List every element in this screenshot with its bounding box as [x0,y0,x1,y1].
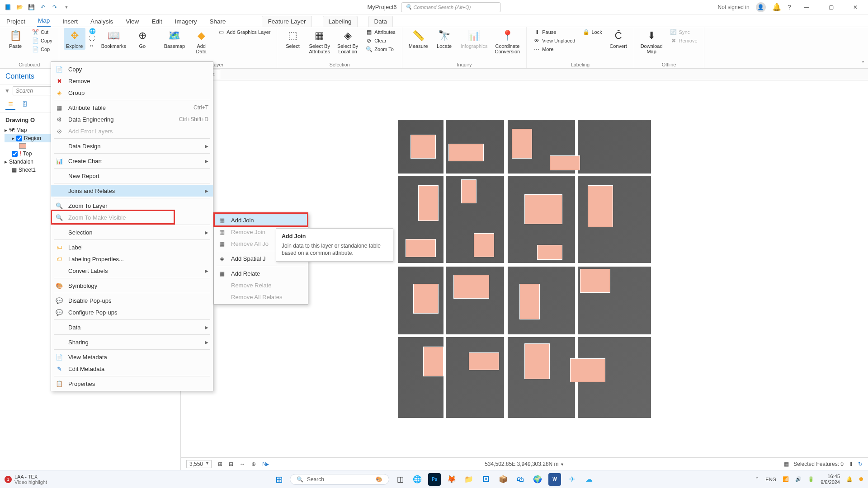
telegram-icon[interactable]: ✈ [566,473,578,486]
cm-new-report[interactable]: New Report [51,170,213,182]
explorer-icon[interactable]: 📁 [462,473,475,486]
pause-labels-button[interactable]: ⏸Pause [531,28,577,36]
cm-joins-relates[interactable]: Joins and Relates▶ [51,185,213,197]
command-search[interactable]: 🔍 Command Search (Alt+Q) [401,2,501,12]
tab-data[interactable]: Data [368,16,393,27]
copy-path-button[interactable]: 📄Cop [30,45,54,53]
ribbon-collapse-button[interactable]: ⌃ [861,60,865,66]
cm-convert-labels[interactable]: Convert Labels▶ [51,265,213,277]
refresh-icon[interactable]: ↻ [858,461,863,467]
cm-configure-popups[interactable]: 💬Configure Pop-ups [51,306,213,318]
cm-group[interactable]: ◈Group [51,87,213,99]
select-by-attributes-button[interactable]: ▦Select By Attributes [307,28,331,55]
infographics-button[interactable]: 📊Infographics [459,28,490,50]
edge-icon[interactable]: 🌐 [411,473,424,486]
remove-offline-button[interactable]: ✖Remove [668,37,699,45]
tab-map[interactable]: Map [37,15,51,27]
cut-button[interactable]: ✂️Cut [30,28,54,36]
measure-button[interactable]: 📏Measure [407,28,430,50]
tab-share[interactable]: Share [208,16,226,27]
tab-imagery[interactable]: Imagery [174,16,198,27]
nav-tool-icon[interactable]: ⛶ [89,35,96,42]
basemap-button[interactable]: 🗺️Basemap [162,28,187,50]
cm-label[interactable]: 🏷Label [51,241,213,253]
signin-label[interactable]: Not signed in [718,4,750,10]
drawing-order-tab-icon[interactable]: ☰ [5,100,15,110]
app-icon[interactable]: 📦 [497,473,509,486]
add-graphics-layer-button[interactable]: ▭Add Graphics Layer [216,28,272,36]
tab-edit[interactable]: Edit [151,16,163,27]
explore-button[interactable]: ✥Explore [64,28,85,50]
data-source-tab-icon[interactable]: 🗄 [20,100,30,110]
cm-remove[interactable]: ✖Remove [51,75,213,87]
cm-copy[interactable]: 📄Copy [51,63,213,75]
cm-data[interactable]: Data▶ [51,321,213,333]
attributes-button[interactable]: ▤Attributes [363,28,397,36]
minimize-button[interactable]: — [797,1,816,14]
select-by-location-button[interactable]: ◈Select By Location [335,28,360,55]
map-scale[interactable]: 3,550▼ [186,460,212,468]
download-map-button[interactable]: ⬇Download Map [639,28,665,55]
battery-icon[interactable]: 🔋 [808,476,814,482]
copy-button[interactable]: 📄Copy [30,37,54,45]
close-button[interactable]: ✕ [846,1,864,14]
cm-sharing[interactable]: Sharing▶ [51,336,213,348]
tab-feature-layer[interactable]: Feature Layer [262,16,311,27]
task-view-icon[interactable]: ◫ [394,473,406,486]
status-tool-icon[interactable]: ⊞ [218,461,222,467]
app-icon[interactable]: 🖼 [480,473,492,486]
qat-dropdown-icon[interactable]: ▼ [62,3,71,11]
cm-create-chart[interactable]: 📊Create Chart▶ [51,155,213,167]
clear-button[interactable]: ⊘Clear [363,37,397,45]
taskbar-search[interactable]: 🔍Search🎨 [290,474,389,485]
tab-project[interactable]: Project [5,16,26,27]
layer-checkbox[interactable] [16,136,22,141]
start-button[interactable]: ⊞ [273,473,285,486]
status-tool-icon[interactable]: ⊟ [229,461,233,467]
lock-labels-button[interactable]: 🔒Lock [580,28,604,36]
cm-data-design[interactable]: Data Design▶ [51,140,213,152]
cm-attribute-table[interactable]: ▦Attribute TableCtrl+T [51,102,213,113]
redo-icon[interactable]: ↷ [51,3,59,11]
notification-icon[interactable]: 🔔 [846,476,853,482]
volume-icon[interactable]: 🔊 [795,476,802,482]
status-tool-icon[interactable]: ↔ [240,461,245,467]
nav-tool-icon[interactable]: ↔ [89,42,96,49]
layer-checkbox[interactable] [12,151,18,157]
word-icon[interactable]: W [548,473,561,486]
zoom-to-button[interactable]: 🔍Zoom To [363,45,397,53]
cm-data-engineering[interactable]: ⚙Data EngineeringCtrl+Shift+D [51,113,213,125]
cm-zoom-to-layer[interactable]: 🔍Zoom To Layer [51,200,213,211]
system-clock[interactable]: 16:45 9/6/2024 [821,474,840,484]
firefox-icon[interactable]: 🦊 [445,473,458,486]
status-tool-icon[interactable]: ⊕ [251,461,256,467]
cm-disable-popups[interactable]: 💬Disable Pop-ups [51,295,213,306]
notification-icon[interactable]: 🔔 [772,3,781,11]
photoshop-icon[interactable]: Ps [428,473,441,486]
taskbar-left[interactable]: 1 LAA - TEX Video highlight [5,474,47,485]
tab-insert[interactable]: Insert [61,16,79,27]
cm-symbology[interactable]: 🎨Symbology [51,280,213,291]
go-to-button[interactable]: ⊕Go [132,28,153,50]
cm-view-metadata[interactable]: 📄View Metadata [51,351,213,363]
locate-button[interactable]: 🔭Locate [434,28,455,50]
language-indicator[interactable]: ENG [765,477,776,482]
arcgis-icon[interactable]: 🌍 [531,473,544,486]
sm-add-join[interactable]: ▦Add Join [214,214,308,226]
save-icon[interactable]: 💾 [27,3,35,11]
open-icon[interactable]: 📂 [15,3,24,11]
undo-icon[interactable]: ↶ [39,3,47,11]
store-icon[interactable]: 🛍 [514,473,527,486]
status-tool-icon[interactable]: N▸ [262,461,269,467]
coordinate-conversion-button[interactable]: 📍Coordinate Conversion [493,28,522,55]
tab-analysis[interactable]: Analysis [90,16,114,27]
app-icon[interactable]: ☁ [583,473,595,486]
tray-icon[interactable]: ⬢ [859,476,863,482]
sync-button[interactable]: 🔄Sync [668,28,699,36]
cm-edit-metadata[interactable]: ✎Edit Metadata [51,363,213,375]
maximize-button[interactable]: ▢ [822,1,840,14]
bookmarks-button[interactable]: 📖Bookmarks [99,28,128,50]
tab-view[interactable]: View [125,16,140,27]
paste-button[interactable]: 📋Paste [5,28,26,50]
add-data-button[interactable]: ◆Add Data [190,28,212,55]
